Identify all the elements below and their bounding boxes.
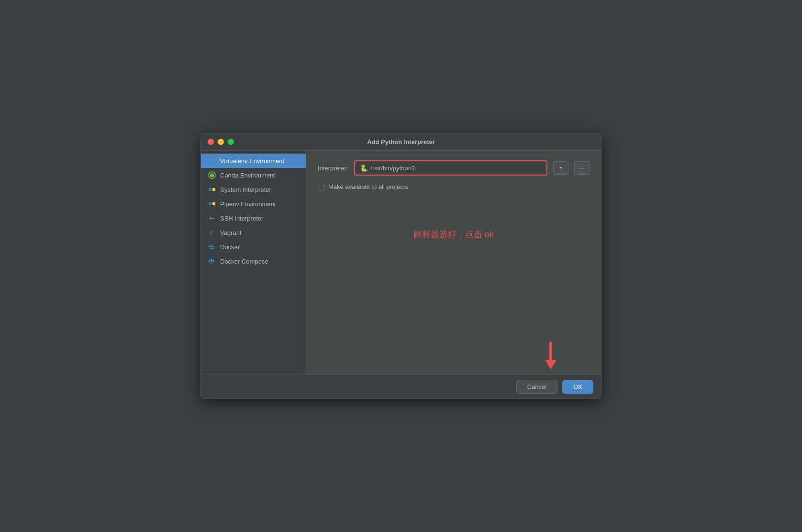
sidebar-item-conda[interactable]: Conda Environment: [201, 168, 306, 182]
sidebar-item-virtualenv-label: Virtualenv Environment: [220, 157, 284, 165]
sidebar-item-pipenv[interactable]: Pipenv Environment: [201, 197, 306, 211]
dialog-body: Virtualenv Environment Conda Environment: [201, 151, 601, 375]
conda-icon: [208, 171, 216, 179]
svg-rect-2: [209, 188, 212, 191]
sidebar-item-vagrant-label: Vagrant: [220, 229, 242, 236]
title-bar: Add Python Interpreter: [201, 133, 601, 151]
sidebar-item-virtualenv[interactable]: Virtualenv Environment: [201, 154, 306, 168]
make-available-label: Make available to all projects: [328, 183, 408, 190]
dialog-title: Add Python Interpreter: [367, 138, 435, 145]
python-emoji-icon: 🐍: [360, 164, 368, 172]
svg-rect-5: [212, 202, 215, 205]
arrow-indicator: [544, 342, 558, 372]
svg-rect-8: [209, 246, 210, 247]
svg-rect-14: [212, 260, 214, 262]
sidebar-item-docker-label: Docker: [220, 244, 240, 251]
virtualenv-icon: [208, 156, 216, 165]
interpreter-row: Interpreter: 🐍 /usr/bin/python3 ···: [318, 160, 590, 176]
svg-marker-18: [545, 360, 557, 369]
svg-rect-4: [209, 202, 212, 205]
dialog-footer: Cancel OK: [201, 375, 601, 399]
python-icon: [208, 185, 216, 194]
sidebar-item-ssh-label: SSH Interpreter: [220, 215, 263, 222]
close-button[interactable]: [208, 139, 214, 145]
cancel-button[interactable]: Cancel: [516, 380, 557, 394]
pipenv-icon: [208, 200, 216, 208]
svg-rect-9: [211, 246, 212, 247]
docker-compose-icon: [208, 257, 216, 266]
sidebar: Virtualenv Environment Conda Environment: [201, 151, 306, 375]
sidebar-item-vagrant[interactable]: V Vagrant: [201, 225, 306, 240]
svg-rect-10: [212, 246, 214, 247]
svg-marker-6: [209, 216, 215, 220]
add-python-interpreter-dialog: Add Python Interpreter Virtualenv Enviro…: [200, 133, 602, 399]
sidebar-item-pipenv-label: Pipenv Environment: [220, 200, 276, 208]
annotation-text: 解释器选好，点击 ok: [318, 229, 590, 240]
svg-rect-11: [211, 244, 212, 246]
interpreter-input-wrapper: 🐍 /usr/bin/python3: [354, 160, 547, 176]
more-icon: ···: [579, 164, 585, 172]
sidebar-item-system[interactable]: System Interpreter: [201, 182, 306, 197]
interpreter-input-inner: 🐍 /usr/bin/python3: [356, 162, 546, 174]
vagrant-icon: V: [208, 228, 216, 237]
traffic-lights: [208, 139, 234, 145]
maximize-button[interactable]: [228, 139, 234, 145]
interpreter-path-value: /usr/bin/python3: [371, 165, 542, 172]
checkbox-row: Make available to all projects: [318, 183, 590, 190]
svg-marker-16: [559, 167, 562, 169]
make-available-checkbox[interactable]: [318, 184, 324, 190]
main-content: Interpreter: 🐍 /usr/bin/python3 ···: [306, 151, 601, 375]
ok-button[interactable]: OK: [562, 380, 593, 394]
minimize-button[interactable]: [218, 139, 224, 145]
ssh-icon: [208, 214, 216, 222]
svg-rect-13: [211, 260, 212, 262]
svg-rect-3: [212, 188, 215, 191]
interpreter-dropdown-button[interactable]: [553, 161, 568, 175]
sidebar-item-docker[interactable]: Docker: [201, 240, 306, 254]
svg-rect-12: [209, 260, 210, 262]
sidebar-item-docker-compose[interactable]: Docker Compose: [201, 254, 306, 268]
svg-rect-15: [211, 259, 212, 260]
sidebar-item-conda-label: Conda Environment: [220, 172, 275, 179]
sidebar-item-docker-compose-label: Docker Compose: [220, 258, 268, 265]
sidebar-item-ssh[interactable]: SSH Interpreter: [201, 211, 306, 225]
svg-text:V: V: [209, 229, 213, 236]
interpreter-label: Interpreter:: [318, 165, 348, 172]
interpreter-more-button[interactable]: ···: [574, 161, 590, 175]
sidebar-item-system-label: System Interpreter: [220, 186, 271, 193]
docker-icon: [208, 243, 216, 251]
